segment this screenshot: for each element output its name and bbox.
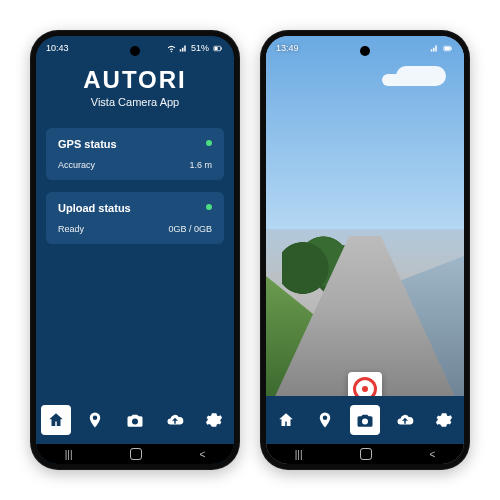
cloud-upload-icon bbox=[396, 411, 414, 429]
status-time: 10:43 bbox=[46, 43, 69, 53]
app-camera-screen: 13:49 bbox=[266, 36, 464, 464]
upload-size-value: 0GB / 0GB bbox=[168, 224, 212, 234]
sys-recents[interactable]: ||| bbox=[295, 449, 303, 460]
signal-icon bbox=[430, 44, 439, 53]
nav-cloud[interactable] bbox=[160, 405, 190, 435]
status-time: 13:49 bbox=[276, 43, 299, 53]
camera-cutout bbox=[360, 46, 370, 56]
phone-left: 10:43 51% AUTORI Vista Camera App GPS st… bbox=[30, 30, 240, 470]
home-icon bbox=[47, 411, 65, 429]
nav-location[interactable] bbox=[310, 405, 340, 435]
location-icon bbox=[86, 411, 104, 429]
gear-icon bbox=[435, 411, 453, 429]
signal-icon bbox=[179, 44, 188, 53]
sys-back[interactable]: < bbox=[429, 449, 435, 460]
camera-icon bbox=[356, 411, 374, 429]
nav-home[interactable] bbox=[41, 405, 71, 435]
battery-icon bbox=[212, 44, 224, 53]
nav-settings[interactable] bbox=[429, 405, 459, 435]
location-icon bbox=[316, 411, 334, 429]
camera-cutout bbox=[130, 46, 140, 56]
camera-icon bbox=[126, 411, 144, 429]
app-subtitle: Vista Camera App bbox=[36, 96, 234, 108]
camera-preview-cloud bbox=[396, 66, 446, 86]
android-system-nav: ||| < bbox=[266, 444, 464, 464]
svg-rect-2 bbox=[221, 47, 222, 49]
upload-status-card[interactable]: Upload status Ready 0GB / 0GB bbox=[46, 192, 224, 244]
gps-status-indicator bbox=[206, 140, 212, 146]
app-home-screen: 10:43 51% AUTORI Vista Camera App GPS st… bbox=[36, 36, 234, 464]
upload-status-indicator bbox=[206, 204, 212, 210]
status-indicators: 51% bbox=[167, 43, 224, 53]
bottom-nav bbox=[36, 396, 234, 444]
nav-settings[interactable] bbox=[199, 405, 229, 435]
svg-rect-5 bbox=[451, 47, 452, 49]
sys-home[interactable] bbox=[360, 448, 372, 460]
gear-icon bbox=[205, 411, 223, 429]
svg-rect-1 bbox=[215, 47, 218, 50]
camera-preview-sky bbox=[266, 36, 464, 229]
nav-camera[interactable] bbox=[120, 405, 150, 435]
nav-camera[interactable] bbox=[350, 405, 380, 435]
bottom-nav bbox=[266, 396, 464, 444]
gps-status-card[interactable]: GPS status Accuracy 1.6 m bbox=[46, 128, 224, 180]
nav-location[interactable] bbox=[80, 405, 110, 435]
status-battery: 51% bbox=[191, 43, 209, 53]
sys-back[interactable]: < bbox=[199, 449, 205, 460]
gps-card-title: GPS status bbox=[58, 138, 212, 150]
sys-recents[interactable]: ||| bbox=[65, 449, 73, 460]
status-indicators bbox=[430, 44, 454, 53]
brand-logo: AUTORI bbox=[36, 66, 234, 94]
gps-accuracy-label: Accuracy bbox=[58, 160, 95, 170]
wifi-icon bbox=[167, 44, 176, 53]
gps-accuracy-value: 1.6 m bbox=[189, 160, 212, 170]
android-system-nav: ||| < bbox=[36, 444, 234, 464]
sys-home[interactable] bbox=[130, 448, 142, 460]
battery-icon bbox=[442, 44, 454, 53]
phone-right: 13:49 bbox=[260, 30, 470, 470]
upload-ready-label: Ready bbox=[58, 224, 84, 234]
svg-rect-4 bbox=[445, 47, 450, 50]
upload-card-title: Upload status bbox=[58, 202, 212, 214]
home-icon bbox=[277, 411, 295, 429]
nav-home[interactable] bbox=[271, 405, 301, 435]
cloud-upload-icon bbox=[166, 411, 184, 429]
nav-cloud[interactable] bbox=[390, 405, 420, 435]
